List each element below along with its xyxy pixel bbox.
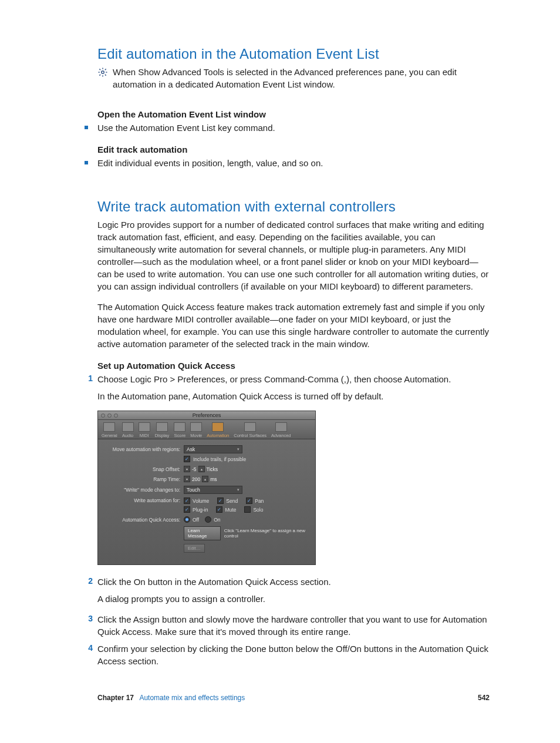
checkbox-volume[interactable]: ✓Volume: [184, 497, 209, 504]
window-title: Preferences: [98, 412, 315, 418]
page-number: 542: [478, 694, 490, 702]
edit-button[interactable]: Edit…: [184, 544, 205, 553]
ramp-value: 200: [192, 476, 200, 482]
stepper-up-icon[interactable]: ▴: [202, 476, 208, 482]
page-footer: Chapter 17 Automate mix and effects sett…: [97, 694, 490, 702]
write-mode-select[interactable]: Touch▾: [184, 486, 242, 494]
step-number: 4: [85, 643, 93, 653]
subhead-edit-track: Edit track automation: [97, 144, 490, 154]
checkbox-mute[interactable]: ✓Mute: [216, 506, 236, 513]
step-number: 2: [85, 576, 93, 586]
aqa-label: Automation Quick Access:: [104, 517, 180, 523]
step-text: Choose Logic Pro > Preferences, or press…: [97, 373, 490, 385]
ramp-label: Ramp Time:: [104, 476, 180, 482]
tab-score[interactable]: Score: [171, 421, 188, 439]
heading-write-external: Write track automation with external con…: [97, 199, 490, 215]
intro-text: When Show Advanced Tools is selected in …: [113, 66, 490, 90]
step-text: Click the On button in the Automation Qu…: [97, 576, 490, 588]
stepper-down-icon[interactable]: ▾: [184, 476, 190, 482]
paragraph: Logic Pro provides support for a number …: [97, 218, 490, 293]
write-mode-label: "Write" mode changes to:: [104, 487, 180, 493]
chapter-title: Automate mix and effects settings: [139, 694, 245, 702]
gear-icon: [97, 66, 108, 80]
svg-line-5: [99, 69, 100, 70]
tab-automation[interactable]: Automation: [204, 421, 231, 439]
tab-audio[interactable]: Audio: [120, 421, 136, 439]
checkbox-send[interactable]: ✓Send: [217, 497, 238, 504]
write-for-label: Write automation for:: [104, 497, 180, 503]
bullet-text: Edit individual events in position, leng…: [97, 157, 323, 169]
snap-value: -5: [192, 466, 197, 472]
checkbox-solo[interactable]: ✓Solo: [244, 506, 263, 513]
chapter-label: Chapter 17: [97, 694, 134, 702]
move-label: Move automation with regions:: [104, 446, 180, 452]
svg-line-8: [105, 69, 106, 70]
learn-hint: Click "Learn Message" to assign a new co…: [224, 528, 309, 539]
step-followup: In the Automation pane, Automation Quick…: [97, 390, 490, 402]
step-number: 1: [85, 374, 93, 383]
stepper-up-icon[interactable]: ▴: [198, 466, 205, 472]
ramp-unit: ms: [210, 476, 217, 482]
chevron-down-icon: ▾: [237, 447, 239, 452]
bullet-icon: [85, 126, 88, 129]
radio-on[interactable]: On: [205, 516, 220, 523]
snap-label: Snap Offset:: [104, 466, 180, 472]
chevron-down-icon: ▾: [237, 488, 239, 492]
include-trails-label: Include trails, if possible: [193, 456, 246, 462]
move-select[interactable]: Ask▾: [184, 445, 242, 453]
tab-general[interactable]: General: [99, 421, 120, 439]
checkbox-include-trails[interactable]: ✓: [184, 456, 190, 462]
svg-point-0: [102, 71, 104, 74]
paragraph: The Automation Quick Access feature make…: [97, 301, 490, 350]
snap-unit: Ticks: [207, 466, 218, 472]
subhead-open-ael: Open the Automation Event List window: [97, 109, 490, 119]
heading-edit-automation: Edit automation in the Automation Event …: [97, 46, 490, 62]
bullet-text: Use the Automation Event List key comman…: [97, 122, 275, 134]
tab-display[interactable]: Display: [153, 421, 172, 439]
step-followup: A dialog prompts you to assign a control…: [97, 593, 490, 605]
tab-control-surfaces[interactable]: Control Surfaces: [231, 421, 269, 439]
checkbox-pan[interactable]: ✓Pan: [246, 497, 264, 504]
stepper-down-icon[interactable]: ▾: [184, 466, 190, 472]
learn-message-button[interactable]: Learn Message: [184, 526, 221, 540]
preferences-panel: Preferences General Audio MIDI Display S…: [97, 411, 316, 565]
checkbox-plugin[interactable]: ✓Plug-in: [184, 506, 208, 513]
step-text: Click the Assign button and slowly move …: [97, 613, 490, 638]
titlebar: Preferences: [98, 411, 315, 420]
tab-bar: General Audio MIDI Display Score Movie A…: [98, 420, 315, 439]
step-number: 3: [85, 614, 93, 623]
svg-line-6: [105, 75, 106, 76]
bullet-icon: [85, 161, 88, 164]
tab-movie[interactable]: Movie: [188, 421, 204, 439]
tab-advanced[interactable]: Advanced: [269, 421, 293, 439]
subhead-setup-aqa: Set up Automation Quick Access: [97, 361, 490, 371]
tab-midi[interactable]: MIDI: [136, 421, 153, 439]
step-text: Confirm your selection by clicking the D…: [97, 643, 490, 667]
radio-off[interactable]: Off: [184, 516, 199, 523]
svg-line-7: [99, 75, 100, 76]
